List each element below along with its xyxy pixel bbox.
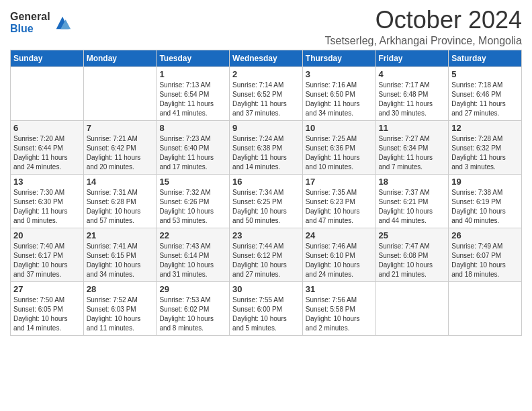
- calendar-cell: 18Sunrise: 7:37 AMSunset: 6:21 PMDayligh…: [375, 174, 449, 228]
- calendar-cell: 19Sunrise: 7:38 AMSunset: 6:19 PMDayligh…: [449, 174, 522, 228]
- calendar-cell: 17Sunrise: 7:35 AMSunset: 6:23 PMDayligh…: [302, 174, 375, 228]
- day-number: 26: [451, 230, 519, 240]
- day-number: 22: [159, 230, 226, 240]
- week-row-1: 1Sunrise: 7:13 AMSunset: 6:54 PMDaylight…: [11, 66, 522, 120]
- day-detail: Sunrise: 7:34 AMSunset: 6:25 PMDaylight:…: [232, 188, 300, 226]
- calendar-table: SundayMondayTuesdayWednesdayThursdayFrid…: [10, 50, 522, 336]
- day-detail: Sunrise: 7:50 AMSunset: 6:05 PMDaylight:…: [13, 295, 81, 333]
- calendar-cell: 8Sunrise: 7:23 AMSunset: 6:40 PMDaylight…: [157, 120, 230, 174]
- logo-blue: Blue: [10, 23, 50, 35]
- day-detail: Sunrise: 7:18 AMSunset: 6:46 PMDaylight:…: [451, 81, 519, 118]
- day-number: 9: [232, 123, 300, 133]
- calendar-cell: 2Sunrise: 7:14 AMSunset: 6:52 PMDaylight…: [230, 66, 303, 120]
- day-detail: Sunrise: 7:52 AMSunset: 6:03 PMDaylight:…: [87, 295, 154, 333]
- calendar-cell: 21Sunrise: 7:41 AMSunset: 6:15 PMDayligh…: [83, 228, 157, 281]
- title-area: October 2024 Tsetserleg, Arkhangai Provi…: [325, 7, 523, 47]
- day-number: 19: [451, 177, 519, 187]
- calendar-cell: [83, 66, 157, 120]
- calendar-cell: 25Sunrise: 7:47 AMSunset: 6:08 PMDayligh…: [375, 228, 449, 281]
- logo: General Blue: [10, 11, 72, 34]
- calendar-cell: 26Sunrise: 7:49 AMSunset: 6:07 PMDayligh…: [449, 228, 522, 281]
- day-detail: Sunrise: 7:38 AMSunset: 6:19 PMDaylight:…: [451, 188, 519, 226]
- calendar-cell: 22Sunrise: 7:43 AMSunset: 6:14 PMDayligh…: [157, 228, 230, 281]
- day-header-saturday: Saturday: [449, 50, 522, 66]
- calendar-cell: 29Sunrise: 7:53 AMSunset: 6:02 PMDayligh…: [157, 281, 230, 335]
- day-number: 30: [232, 284, 300, 294]
- calendar-cell: 30Sunrise: 7:55 AMSunset: 6:00 PMDayligh…: [230, 281, 303, 335]
- day-detail: Sunrise: 7:41 AMSunset: 6:15 PMDaylight:…: [87, 242, 154, 279]
- day-header-friday: Friday: [375, 50, 449, 66]
- day-number: 29: [159, 284, 226, 294]
- calendar-cell: [449, 281, 522, 335]
- calendar-cell: 4Sunrise: 7:17 AMSunset: 6:48 PMDaylight…: [375, 66, 449, 120]
- day-number: 1: [159, 69, 226, 79]
- logo-icon: [53, 13, 72, 32]
- day-number: 14: [87, 177, 154, 187]
- day-number: 20: [13, 230, 81, 240]
- day-detail: Sunrise: 7:20 AMSunset: 6:44 PMDaylight:…: [13, 134, 81, 172]
- calendar-cell: 13Sunrise: 7:30 AMSunset: 6:30 PMDayligh…: [11, 174, 84, 228]
- calendar-cell: 1Sunrise: 7:13 AMSunset: 6:54 PMDaylight…: [157, 66, 230, 120]
- day-detail: Sunrise: 7:17 AMSunset: 6:48 PMDaylight:…: [379, 81, 446, 118]
- day-detail: Sunrise: 7:47 AMSunset: 6:08 PMDaylight:…: [379, 242, 446, 279]
- calendar-cell: 16Sunrise: 7:34 AMSunset: 6:25 PMDayligh…: [230, 174, 303, 228]
- calendar-cell: [11, 66, 84, 120]
- calendar-cell: 28Sunrise: 7:52 AMSunset: 6:03 PMDayligh…: [83, 281, 157, 335]
- day-number: 28: [87, 284, 154, 294]
- calendar-cell: 24Sunrise: 7:46 AMSunset: 6:10 PMDayligh…: [302, 228, 375, 281]
- calendar-cell: 6Sunrise: 7:20 AMSunset: 6:44 PMDaylight…: [11, 120, 84, 174]
- day-number: 6: [13, 123, 81, 133]
- location-subtitle: Tsetserleg, Arkhangai Province, Mongolia: [325, 35, 523, 47]
- day-number: 13: [13, 177, 81, 187]
- day-detail: Sunrise: 7:49 AMSunset: 6:07 PMDaylight:…: [451, 242, 519, 279]
- calendar-cell: 12Sunrise: 7:28 AMSunset: 6:32 PMDayligh…: [449, 120, 522, 174]
- day-detail: Sunrise: 7:21 AMSunset: 6:42 PMDaylight:…: [87, 134, 154, 172]
- day-detail: Sunrise: 7:28 AMSunset: 6:32 PMDaylight:…: [451, 134, 519, 172]
- day-number: 23: [232, 230, 300, 240]
- day-detail: Sunrise: 7:53 AMSunset: 6:02 PMDaylight:…: [159, 295, 226, 333]
- day-detail: Sunrise: 7:56 AMSunset: 5:58 PMDaylight:…: [306, 295, 373, 333]
- calendar-cell: 9Sunrise: 7:24 AMSunset: 6:38 PMDaylight…: [230, 120, 303, 174]
- day-detail: Sunrise: 7:30 AMSunset: 6:30 PMDaylight:…: [13, 188, 81, 226]
- calendar-cell: 20Sunrise: 7:40 AMSunset: 6:17 PMDayligh…: [11, 228, 84, 281]
- calendar-cell: 15Sunrise: 7:32 AMSunset: 6:26 PMDayligh…: [157, 174, 230, 228]
- week-row-3: 13Sunrise: 7:30 AMSunset: 6:30 PMDayligh…: [11, 174, 522, 228]
- day-number: 17: [306, 177, 373, 187]
- day-number: 4: [379, 69, 446, 79]
- week-row-5: 27Sunrise: 7:50 AMSunset: 6:05 PMDayligh…: [11, 281, 522, 335]
- day-number: 12: [451, 123, 519, 133]
- day-number: 16: [232, 177, 300, 187]
- page-header: General Blue October 2024 Tsetserleg, Ar…: [10, 7, 522, 47]
- day-detail: Sunrise: 7:55 AMSunset: 6:00 PMDaylight:…: [232, 295, 300, 333]
- day-detail: Sunrise: 7:14 AMSunset: 6:52 PMDaylight:…: [232, 81, 300, 118]
- month-title: October 2024: [325, 7, 523, 34]
- week-row-4: 20Sunrise: 7:40 AMSunset: 6:17 PMDayligh…: [11, 228, 522, 281]
- calendar-cell: 5Sunrise: 7:18 AMSunset: 6:46 PMDaylight…: [449, 66, 522, 120]
- day-detail: Sunrise: 7:46 AMSunset: 6:10 PMDaylight:…: [306, 242, 373, 279]
- calendar-cell: 31Sunrise: 7:56 AMSunset: 5:58 PMDayligh…: [302, 281, 375, 335]
- calendar-cell: 27Sunrise: 7:50 AMSunset: 6:05 PMDayligh…: [11, 281, 84, 335]
- day-number: 27: [13, 284, 81, 294]
- day-detail: Sunrise: 7:31 AMSunset: 6:28 PMDaylight:…: [87, 188, 154, 226]
- day-number: 2: [232, 69, 300, 79]
- day-detail: Sunrise: 7:43 AMSunset: 6:14 PMDaylight:…: [159, 242, 226, 279]
- day-number: 25: [379, 230, 446, 240]
- calendar-cell: 14Sunrise: 7:31 AMSunset: 6:28 PMDayligh…: [83, 174, 157, 228]
- day-header-wednesday: Wednesday: [230, 50, 303, 66]
- day-number: 21: [87, 230, 154, 240]
- day-header-sunday: Sunday: [11, 50, 84, 66]
- day-number: 11: [379, 123, 446, 133]
- calendar-cell: 7Sunrise: 7:21 AMSunset: 6:42 PMDaylight…: [83, 120, 157, 174]
- day-number: 8: [159, 123, 226, 133]
- day-header-monday: Monday: [83, 50, 157, 66]
- day-number: 10: [306, 123, 373, 133]
- day-number: 7: [87, 123, 154, 133]
- calendar-cell: 11Sunrise: 7:27 AMSunset: 6:34 PMDayligh…: [375, 120, 449, 174]
- day-number: 31: [306, 284, 373, 294]
- day-detail: Sunrise: 7:27 AMSunset: 6:34 PMDaylight:…: [379, 134, 446, 172]
- logo-text: General Blue: [10, 11, 50, 34]
- logo-general: General: [10, 11, 50, 23]
- day-number: 3: [306, 69, 373, 79]
- day-header-thursday: Thursday: [302, 50, 375, 66]
- day-header-tuesday: Tuesday: [157, 50, 230, 66]
